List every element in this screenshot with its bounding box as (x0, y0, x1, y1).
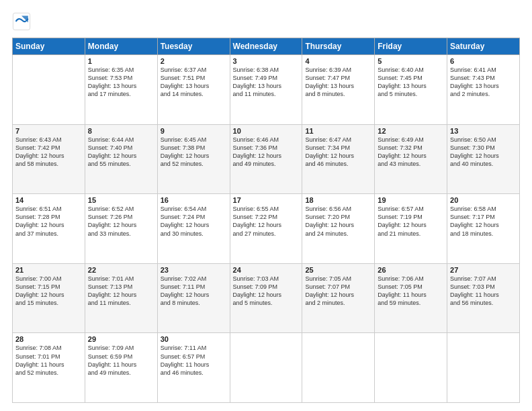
calendar-header-tuesday: Tuesday (157, 38, 230, 55)
day-number: 11 (305, 127, 371, 135)
calendar-table: SundayMondayTuesdayWednesdayThursdayFrid… (12, 38, 520, 403)
day-number: 27 (450, 266, 517, 274)
day-info: Sunrise: 6:46 AMSunset: 7:36 PMDaylight:… (233, 136, 300, 169)
day-number: 24 (233, 266, 300, 274)
day-info: Sunrise: 6:43 AMSunset: 7:42 PMDaylight:… (15, 136, 82, 169)
day-number: 19 (378, 196, 444, 204)
calendar-cell: 9Sunrise: 6:45 AMSunset: 7:38 PMDaylight… (157, 124, 230, 194)
calendar-cell: 23Sunrise: 7:02 AMSunset: 7:11 PMDayligh… (157, 263, 230, 333)
day-info: Sunrise: 6:57 AMSunset: 7:19 PMDaylight:… (378, 205, 444, 238)
calendar-cell: 4Sunrise: 6:39 AMSunset: 7:47 PMDaylight… (302, 55, 375, 125)
day-number: 2 (161, 57, 227, 65)
day-number: 22 (88, 266, 154, 274)
calendar-cell: 7Sunrise: 6:43 AMSunset: 7:42 PMDaylight… (13, 124, 85, 194)
calendar-week-1: 1Sunrise: 6:35 AMSunset: 7:53 PMDaylight… (13, 55, 520, 125)
day-number: 16 (161, 196, 227, 204)
calendar-cell: 28Sunrise: 7:08 AMSunset: 7:01 PMDayligh… (13, 333, 85, 403)
calendar-cell: 22Sunrise: 7:01 AMSunset: 7:13 PMDayligh… (85, 263, 157, 333)
calendar-cell (230, 333, 302, 403)
day-number: 20 (450, 196, 517, 204)
day-number: 23 (161, 266, 227, 274)
calendar-cell: 16Sunrise: 6:54 AMSunset: 7:24 PMDayligh… (157, 194, 230, 264)
day-info: Sunrise: 7:09 AMSunset: 6:59 PMDaylight:… (88, 344, 154, 377)
day-info: Sunrise: 7:06 AMSunset: 7:05 PMDaylight:… (378, 275, 444, 308)
day-number: 10 (233, 127, 300, 135)
calendar-cell: 29Sunrise: 7:09 AMSunset: 6:59 PMDayligh… (85, 333, 157, 403)
day-number: 12 (378, 127, 444, 135)
calendar-cell: 17Sunrise: 6:55 AMSunset: 7:22 PMDayligh… (230, 194, 302, 264)
calendar-cell: 15Sunrise: 6:52 AMSunset: 7:26 PMDayligh… (85, 194, 157, 264)
calendar-cell: 26Sunrise: 7:06 AMSunset: 7:05 PMDayligh… (375, 263, 447, 333)
day-info: Sunrise: 7:05 AMSunset: 7:07 PMDaylight:… (305, 275, 371, 308)
day-info: Sunrise: 6:40 AMSunset: 7:45 PMDaylight:… (378, 66, 444, 99)
calendar-cell: 8Sunrise: 6:44 AMSunset: 7:40 PMDaylight… (85, 124, 157, 194)
day-number: 5 (378, 57, 444, 65)
calendar-header-saturday: Saturday (447, 38, 520, 55)
calendar-header-friday: Friday (375, 38, 447, 55)
day-info: Sunrise: 6:54 AMSunset: 7:24 PMDaylight:… (161, 205, 227, 238)
day-number: 3 (233, 57, 300, 65)
calendar-cell (13, 55, 85, 125)
calendar-cell: 3Sunrise: 6:38 AMSunset: 7:49 PMDaylight… (230, 55, 302, 125)
day-number: 9 (161, 127, 227, 135)
day-info: Sunrise: 6:35 AMSunset: 7:53 PMDaylight:… (88, 66, 154, 99)
day-info: Sunrise: 6:45 AMSunset: 7:38 PMDaylight:… (161, 136, 227, 169)
calendar-cell: 24Sunrise: 7:03 AMSunset: 7:09 PMDayligh… (230, 263, 302, 333)
calendar-cell: 30Sunrise: 7:11 AMSunset: 6:57 PMDayligh… (157, 333, 230, 403)
day-info: Sunrise: 6:38 AMSunset: 7:49 PMDaylight:… (233, 66, 300, 99)
day-info: Sunrise: 6:37 AMSunset: 7:51 PMDaylight:… (161, 66, 227, 99)
calendar-cell (302, 333, 375, 403)
day-number: 4 (305, 57, 371, 65)
day-info: Sunrise: 6:44 AMSunset: 7:40 PMDaylight:… (88, 136, 154, 169)
day-info: Sunrise: 6:41 AMSunset: 7:43 PMDaylight:… (450, 66, 517, 99)
day-info: Sunrise: 6:39 AMSunset: 7:47 PMDaylight:… (305, 66, 371, 99)
day-info: Sunrise: 6:52 AMSunset: 7:26 PMDaylight:… (88, 205, 154, 238)
calendar-cell: 18Sunrise: 6:56 AMSunset: 7:20 PMDayligh… (302, 194, 375, 264)
day-number: 18 (305, 196, 371, 204)
calendar-header-thursday: Thursday (302, 38, 375, 55)
calendar-cell: 10Sunrise: 6:46 AMSunset: 7:36 PMDayligh… (230, 124, 302, 194)
calendar-cell (447, 333, 520, 403)
calendar-cell: 11Sunrise: 6:47 AMSunset: 7:34 PMDayligh… (302, 124, 375, 194)
day-info: Sunrise: 7:07 AMSunset: 7:03 PMDaylight:… (450, 275, 517, 308)
day-info: Sunrise: 7:11 AMSunset: 6:57 PMDaylight:… (161, 344, 227, 377)
calendar-cell: 25Sunrise: 7:05 AMSunset: 7:07 PMDayligh… (302, 263, 375, 333)
calendar-cell: 13Sunrise: 6:50 AMSunset: 7:30 PMDayligh… (447, 124, 520, 194)
calendar-cell: 6Sunrise: 6:41 AMSunset: 7:43 PMDaylight… (447, 55, 520, 125)
day-info: Sunrise: 7:08 AMSunset: 7:01 PMDaylight:… (15, 344, 82, 377)
day-info: Sunrise: 6:49 AMSunset: 7:32 PMDaylight:… (378, 136, 444, 169)
day-info: Sunrise: 6:58 AMSunset: 7:17 PMDaylight:… (450, 205, 517, 238)
day-info: Sunrise: 7:00 AMSunset: 7:15 PMDaylight:… (15, 275, 82, 308)
calendar-cell: 21Sunrise: 7:00 AMSunset: 7:15 PMDayligh… (13, 263, 85, 333)
day-info: Sunrise: 7:03 AMSunset: 7:09 PMDaylight:… (233, 275, 300, 308)
logo-icon (12, 12, 31, 31)
day-number: 7 (15, 127, 82, 135)
calendar-cell: 14Sunrise: 6:51 AMSunset: 7:28 PMDayligh… (13, 194, 85, 264)
calendar-cell: 1Sunrise: 6:35 AMSunset: 7:53 PMDaylight… (85, 55, 157, 125)
calendar-week-4: 21Sunrise: 7:00 AMSunset: 7:15 PMDayligh… (13, 263, 520, 333)
header (12, 12, 520, 31)
day-number: 13 (450, 127, 517, 135)
calendar-header-sunday: Sunday (13, 38, 85, 55)
day-info: Sunrise: 6:51 AMSunset: 7:28 PMDaylight:… (15, 205, 82, 238)
day-number: 1 (88, 57, 154, 65)
day-info: Sunrise: 6:50 AMSunset: 7:30 PMDaylight:… (450, 136, 517, 169)
calendar-header-row: SundayMondayTuesdayWednesdayThursdayFrid… (13, 38, 520, 55)
calendar-cell: 20Sunrise: 6:58 AMSunset: 7:17 PMDayligh… (447, 194, 520, 264)
calendar-cell (375, 333, 447, 403)
calendar-cell: 2Sunrise: 6:37 AMSunset: 7:51 PMDaylight… (157, 55, 230, 125)
day-number: 14 (15, 196, 82, 204)
day-number: 28 (15, 335, 82, 343)
day-info: Sunrise: 7:01 AMSunset: 7:13 PMDaylight:… (88, 275, 154, 308)
calendar-week-5: 28Sunrise: 7:08 AMSunset: 7:01 PMDayligh… (13, 333, 520, 403)
calendar-header-monday: Monday (85, 38, 157, 55)
calendar-cell: 19Sunrise: 6:57 AMSunset: 7:19 PMDayligh… (375, 194, 447, 264)
day-number: 30 (161, 335, 227, 343)
day-number: 17 (233, 196, 300, 204)
calendar-week-3: 14Sunrise: 6:51 AMSunset: 7:28 PMDayligh… (13, 194, 520, 264)
calendar-cell: 27Sunrise: 7:07 AMSunset: 7:03 PMDayligh… (447, 263, 520, 333)
day-number: 29 (88, 335, 154, 343)
page: SundayMondayTuesdayWednesdayThursdayFrid… (0, 0, 532, 411)
day-info: Sunrise: 6:47 AMSunset: 7:34 PMDaylight:… (305, 136, 371, 169)
day-number: 8 (88, 127, 154, 135)
